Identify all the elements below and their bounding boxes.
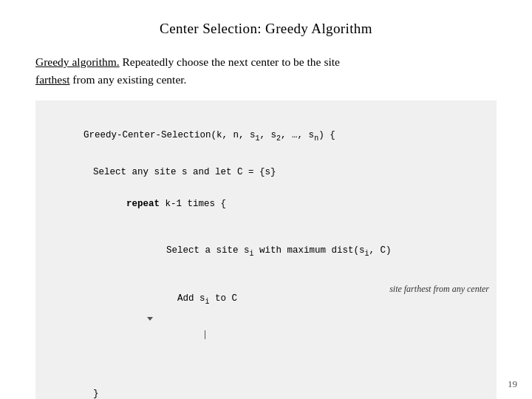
page-number: 19 bbox=[508, 378, 517, 390]
code-header-line: Greedy-Center-Selection(k, n, s1, s2, …,… bbox=[50, 112, 482, 160]
code-line-3: Select a site si with maximum dist(si, C… bbox=[50, 228, 482, 276]
intro-paragraph: Greedy algorithm. Repeatedly choose the … bbox=[35, 53, 497, 89]
intro-label: Greedy algorithm. Repeatedly choose the … bbox=[35, 55, 340, 68]
annotation-text: site farthest from any center bbox=[389, 282, 489, 296]
code-line-1: Select any site s and let C = {s} bbox=[50, 165, 482, 180]
code-block: Greedy-Center-Selection(k, n, s1, s2, …,… bbox=[35, 100, 497, 399]
code-line-5: } bbox=[50, 386, 482, 399]
slide-container: Center Selection: Greedy Algorithm Greed… bbox=[0, 0, 532, 399]
slide-title: Center Selection: Greedy Algorithm bbox=[35, 21, 497, 37]
code-line-2: repeat k-1 times { bbox=[50, 180, 482, 228]
intro-line2: farthest from any existing center. bbox=[35, 73, 186, 86]
code-line-4-container: Add si to C site farthest from any cente… bbox=[50, 276, 482, 386]
